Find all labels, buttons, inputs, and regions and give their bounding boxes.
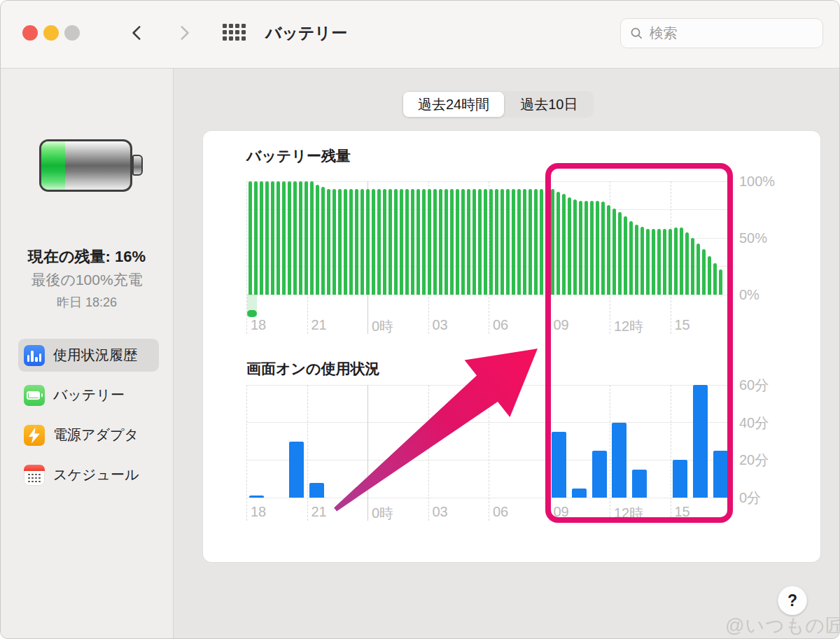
gridline-vertical — [307, 385, 308, 521]
zoom-button[interactable] — [64, 25, 80, 41]
search-field[interactable] — [620, 18, 823, 48]
x-axis-label: 03 — [433, 504, 448, 520]
main-content: 過去24時間 過去10日 バッテリー残量 18210時03060912時1510… — [174, 69, 839, 639]
battery-level-bar — [472, 189, 476, 295]
battery-level-bar — [489, 189, 493, 295]
screen-usage-bar — [693, 385, 708, 498]
battery-level-bar — [629, 221, 633, 295]
battery-level-bar — [584, 201, 588, 295]
show-all-grid-icon[interactable] — [223, 24, 246, 41]
close-button[interactable] — [22, 25, 38, 41]
toolbar: バッテリー — [1, 1, 839, 69]
battery-level-bar — [596, 201, 599, 295]
sidebar-item-schedule[interactable]: スケジュール — [18, 458, 159, 491]
screen-usage-bar — [612, 423, 626, 498]
back-button[interactable] — [125, 22, 149, 44]
battery-level-bar — [461, 189, 465, 295]
battery-level-bar — [590, 201, 594, 295]
traffic-lights — [22, 25, 80, 41]
tab-past-10-days[interactable]: 過去10日 — [505, 91, 593, 118]
battery-level-bar — [372, 189, 375, 295]
gridline-vertical — [368, 385, 368, 521]
y-axis-label: 0% — [739, 287, 760, 303]
gridline-vertical — [489, 385, 489, 521]
battery-level-bar — [377, 189, 381, 295]
battery-level-bar — [685, 232, 689, 295]
battery-level-bar — [349, 189, 353, 295]
gridline-vertical — [550, 385, 550, 521]
screen-usage-bar — [592, 451, 607, 498]
current-charge-label: 現在の残量: 16% — [1, 246, 173, 267]
battery-level-bar — [310, 181, 314, 295]
battery-level-bar — [400, 189, 403, 295]
battery-level-bar — [517, 189, 521, 295]
x-axis-label: 06 — [493, 317, 508, 333]
screen-usage-bar — [673, 460, 687, 498]
gridline-vertical — [610, 385, 610, 521]
y-axis-label: 0分 — [739, 489, 761, 507]
gridline-vertical — [671, 385, 671, 521]
battery-level-bar — [640, 227, 644, 295]
battery-level-bar — [635, 225, 638, 295]
battery-icon — [24, 385, 45, 406]
battery-level-bar — [663, 229, 666, 295]
tab-past-24-hours[interactable]: 過去24時間 — [402, 91, 505, 118]
battery-level-bar — [657, 229, 661, 295]
chevron-right-icon — [175, 23, 193, 43]
time-range-segmented-control: 過去24時間 過去10日 — [402, 91, 594, 118]
battery-level-bar — [260, 181, 263, 295]
x-axis-label: 09 — [554, 504, 569, 520]
battery-graphic-level — [41, 141, 65, 190]
battery-level-bar — [713, 263, 717, 295]
y-axis-label: 40分 — [739, 413, 769, 432]
x-axis-label: 15 — [675, 504, 690, 520]
watermark: @いつもの匠 — [725, 613, 840, 638]
battery-level-bar — [411, 189, 414, 295]
search-input[interactable] — [650, 25, 814, 41]
help-button[interactable]: ? — [778, 586, 807, 615]
battery-level-bar — [579, 201, 582, 295]
screen-usage-bar — [572, 489, 587, 498]
battery-level-bar — [702, 249, 706, 295]
battery-level-bar — [680, 227, 683, 295]
schedule-icon — [24, 465, 45, 486]
x-axis-label: 12時 — [614, 504, 643, 523]
usage-history-icon — [24, 345, 45, 366]
sidebar-item-battery[interactable]: バッテリー — [18, 379, 159, 412]
battery-level-bar — [500, 189, 504, 295]
battery-level-bar — [528, 189, 532, 295]
battery-level-bar — [428, 189, 431, 295]
x-axis-label: 09 — [554, 317, 569, 333]
battery-level-bar — [416, 189, 420, 295]
x-axis-label: 0時 — [372, 504, 393, 523]
battery-level-bar — [304, 181, 308, 295]
battery-level-bar — [551, 189, 554, 295]
battery-level-bar — [456, 189, 459, 295]
battery-level-bar — [338, 189, 342, 295]
battery-level-bar — [562, 194, 566, 295]
x-axis-label: 03 — [433, 317, 448, 333]
y-axis-label: 100% — [739, 174, 775, 190]
battery-level-bar — [612, 209, 616, 295]
battery-level-bar — [355, 189, 358, 295]
screen-usage-bar — [309, 483, 324, 498]
battery-level-bar — [696, 244, 700, 295]
battery-level-bar — [601, 202, 605, 295]
battery-level-bar — [708, 256, 711, 295]
battery-level-bar — [506, 189, 510, 295]
sidebar-item-usage-history[interactable]: 使用状況履歴 — [18, 339, 159, 372]
screen-usage-bar — [632, 470, 647, 498]
x-axis-label: 15 — [675, 317, 690, 333]
sidebar-item-power-adapter[interactable]: 電源アダプタ — [18, 419, 159, 451]
minimize-button[interactable] — [43, 25, 59, 41]
battery-preferences-window: バッテリー 現在の残量: 16% 最後の100%充電 昨日 18:26 使用状況… — [0, 0, 840, 639]
battery-level-bar — [674, 227, 678, 295]
battery-level-bar — [422, 189, 426, 295]
last-full-charge-label: 最後の100%充電 — [1, 270, 173, 290]
battery-level-bar — [316, 185, 319, 295]
forward-button[interactable] — [172, 22, 196, 44]
power-connected-marker — [247, 310, 257, 317]
y-axis-label: 60分 — [739, 376, 769, 395]
battery-level-bar — [573, 199, 577, 295]
gridline-vertical — [550, 181, 550, 334]
